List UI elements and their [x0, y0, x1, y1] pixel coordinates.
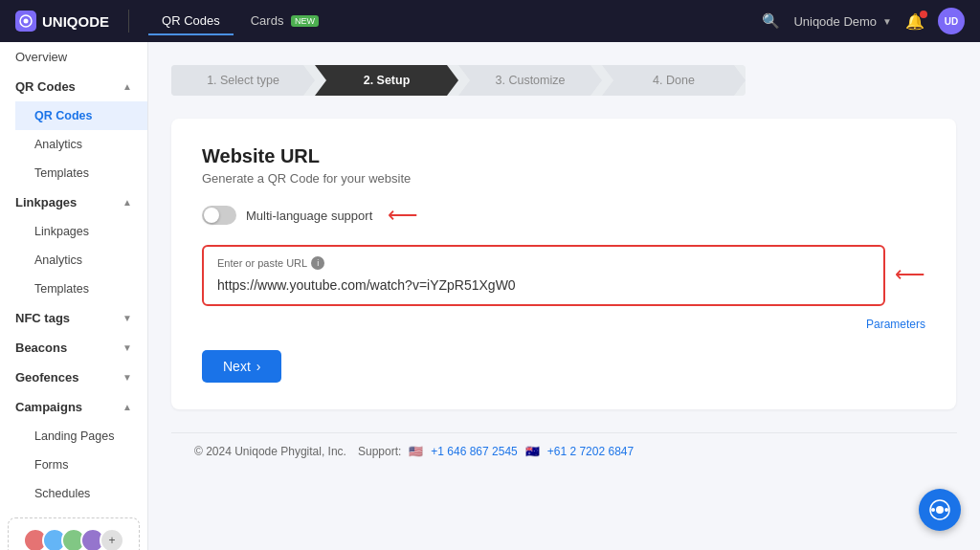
- sidebar-item-templates-lp[interactable]: Templates: [15, 275, 147, 303]
- sidebar-item-analytics-qr[interactable]: Analytics: [15, 130, 147, 159]
- team-avatars: +: [18, 528, 129, 550]
- chevron-down-icon-beacons: ▼: [122, 342, 132, 353]
- stepper: 1. Select type 2. Setup 3. Customize 4. …: [171, 65, 746, 96]
- team-avatar-plus: +: [100, 528, 124, 550]
- multilang-label: Multi-language support: [246, 209, 372, 223]
- user-menu[interactable]: Uniqode Demo ▼: [793, 14, 892, 29]
- svg-point-4: [931, 508, 935, 512]
- footer-area: © 2024 Uniqode Phygital, Inc. Support: 🇺…: [171, 432, 957, 470]
- phone-au[interactable]: +61 2 7202 6847: [547, 445, 634, 458]
- sidebar-item-linkpages[interactable]: Linkpages: [15, 217, 147, 246]
- sidebar-item-forms[interactable]: Forms: [15, 451, 147, 479]
- bell-badge: [920, 11, 927, 18]
- next-button[interactable]: Next ›: [202, 350, 281, 383]
- chevron-down-icon: ▼: [882, 16, 892, 27]
- url-label: Enter or paste URL i: [217, 256, 870, 270]
- sidebar: Overview QR Codes ▲ QR Codes Analytics T…: [0, 42, 148, 550]
- step-2[interactable]: 2. Setup: [315, 65, 458, 96]
- step-3[interactable]: 3. Customize: [458, 65, 602, 96]
- team-card: + Add your teammates tostart collaborati…: [8, 517, 140, 550]
- logo-icon: [15, 11, 36, 32]
- svg-point-5: [945, 508, 948, 512]
- parameters-link[interactable]: Parameters: [202, 318, 925, 331]
- svg-point-1: [24, 19, 29, 24]
- phone-us[interactable]: +1 646 867 2545: [431, 445, 517, 458]
- multilang-toggle[interactable]: [202, 206, 236, 225]
- sidebar-item-qrcodes[interactable]: QR Codes: [15, 101, 147, 130]
- step-1[interactable]: 1. Select type: [171, 65, 315, 96]
- sidebar-item-templates-qr[interactable]: Templates: [15, 159, 147, 187]
- sidebar-item-overview[interactable]: Overview: [0, 42, 147, 72]
- multilang-row: Multi-language support ⟵: [202, 203, 925, 228]
- arrow-right-icon: ⟵: [388, 203, 418, 228]
- chevron-right-icon: ›: [256, 359, 261, 374]
- topnav: UNIQODE QR Codes Cards NEW 🔍 Uniqode Dem…: [0, 0, 980, 42]
- form-title: Website URL: [202, 145, 925, 167]
- chevron-up-icon-campaigns: ▲: [122, 402, 132, 412]
- sidebar-section-beacons[interactable]: Beacons ▼: [0, 333, 147, 363]
- sidebar-sub-qrcodes: QR Codes Analytics Templates: [0, 101, 147, 187]
- sidebar-item-landing-pages[interactable]: Landing Pages: [15, 422, 147, 451]
- svg-point-3: [936, 506, 944, 514]
- sidebar-item-analytics-lp[interactable]: Analytics: [15, 246, 147, 275]
- support-label: Support:: [358, 445, 401, 458]
- chevron-up-icon: ▲: [122, 81, 132, 92]
- sidebar-sub-linkpages: Linkpages Analytics Templates: [0, 217, 147, 303]
- form-card: Website URL Generate a QR Code for your …: [171, 119, 956, 409]
- sidebar-section-linkpages[interactable]: Linkpages ▲: [0, 187, 147, 217]
- form-subtitle: Generate a QR Code for your website: [202, 171, 925, 186]
- footer: © 2024 Uniqode Phygital, Inc. Support: 🇺…: [171, 432, 957, 470]
- copyright: © 2024 Uniqode Phygital, Inc.: [194, 445, 346, 458]
- logo[interactable]: UNIQODE: [15, 11, 109, 32]
- main-content: 1. Select type 2. Setup 3. Customize 4. …: [148, 42, 980, 550]
- chevron-up-icon-2: ▲: [122, 197, 132, 208]
- main-layout: Overview QR Codes ▲ QR Codes Analytics T…: [0, 42, 980, 550]
- step-4[interactable]: 4. Done: [602, 65, 746, 96]
- url-input[interactable]: [217, 275, 870, 295]
- nav-divider: [128, 10, 129, 33]
- footer-support: Support: 🇺🇸 +1 646 867 2545 🇦🇺 +61 2 720…: [358, 445, 634, 458]
- sidebar-section-campaigns[interactable]: Campaigns ▲: [0, 392, 147, 422]
- sidebar-item-schedules[interactable]: Schedules: [15, 479, 147, 508]
- topnav-right: 🔍 Uniqode Demo ▼ 🔔 UD: [762, 8, 965, 34]
- sidebar-section-nfc[interactable]: NFC tags ▼: [0, 303, 147, 333]
- url-group: Enter or paste URL i: [202, 245, 885, 306]
- arrow-right-url-icon: ⟵: [895, 262, 925, 287]
- sidebar-section-qrcodes[interactable]: QR Codes ▲: [0, 72, 147, 101]
- tab-qr-codes[interactable]: QR Codes: [148, 8, 234, 35]
- chevron-down-icon-geofences: ▼: [122, 372, 132, 383]
- fab-button[interactable]: [919, 489, 961, 531]
- chevron-down-icon-nfc: ▼: [122, 313, 132, 323]
- search-icon[interactable]: 🔍: [762, 12, 780, 30]
- toggle-knob: [204, 208, 219, 223]
- sidebar-section-geofences[interactable]: Geofences ▼: [0, 363, 147, 392]
- notification-bell[interactable]: 🔔: [905, 12, 924, 31]
- tab-cards[interactable]: Cards NEW: [237, 8, 332, 35]
- topnav-tabs: QR Codes Cards NEW: [148, 8, 762, 35]
- avatar[interactable]: UD: [938, 8, 965, 34]
- sidebar-sub-campaigns: Landing Pages Forms Schedules: [0, 422, 147, 508]
- url-row: Enter or paste URL i ⟵: [202, 245, 925, 314]
- logo-text: UNIQODE: [42, 13, 109, 30]
- user-label: Uniqode Demo: [793, 14, 877, 29]
- info-icon: i: [311, 256, 324, 270]
- cards-badge: NEW: [291, 15, 319, 27]
